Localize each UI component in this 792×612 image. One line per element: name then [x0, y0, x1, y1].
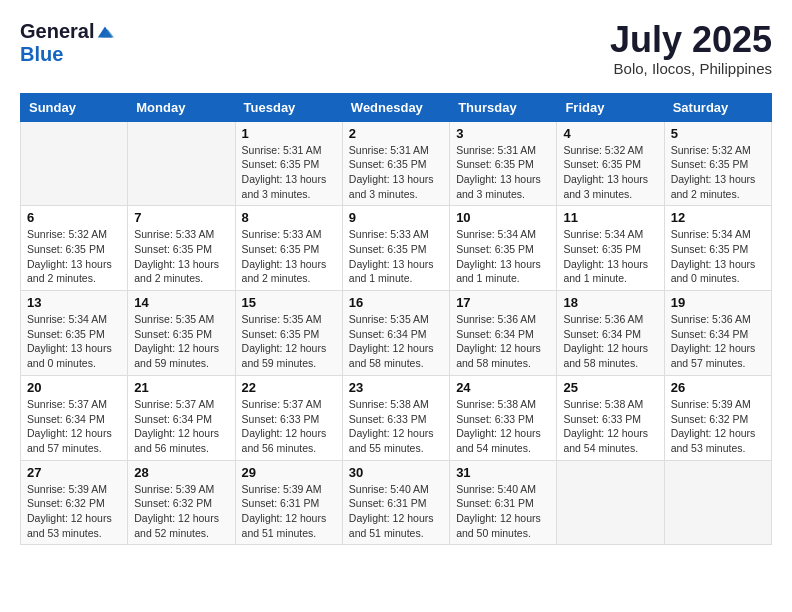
- day-info: Sunrise: 5:32 AM Sunset: 6:35 PM Dayligh…: [27, 227, 121, 286]
- calendar-cell: 25Sunrise: 5:38 AM Sunset: 6:33 PM Dayli…: [557, 375, 664, 460]
- month-year: July 2025: [610, 20, 772, 60]
- calendar-cell: 21Sunrise: 5:37 AM Sunset: 6:34 PM Dayli…: [128, 375, 235, 460]
- calendar-cell: 17Sunrise: 5:36 AM Sunset: 6:34 PM Dayli…: [450, 291, 557, 376]
- day-number: 16: [349, 295, 443, 310]
- day-number: 13: [27, 295, 121, 310]
- calendar-cell: 7Sunrise: 5:33 AM Sunset: 6:35 PM Daylig…: [128, 206, 235, 291]
- calendar-header-saturday: Saturday: [664, 93, 771, 121]
- day-info: Sunrise: 5:40 AM Sunset: 6:31 PM Dayligh…: [349, 482, 443, 541]
- day-info: Sunrise: 5:36 AM Sunset: 6:34 PM Dayligh…: [456, 312, 550, 371]
- calendar-header-sunday: Sunday: [21, 93, 128, 121]
- day-number: 8: [242, 210, 336, 225]
- calendar-cell: 29Sunrise: 5:39 AM Sunset: 6:31 PM Dayli…: [235, 460, 342, 545]
- day-number: 24: [456, 380, 550, 395]
- day-info: Sunrise: 5:32 AM Sunset: 6:35 PM Dayligh…: [671, 143, 765, 202]
- calendar-table: SundayMondayTuesdayWednesdayThursdayFrid…: [20, 93, 772, 546]
- logo: General Blue: [20, 20, 114, 66]
- day-number: 14: [134, 295, 228, 310]
- day-info: Sunrise: 5:37 AM Sunset: 6:34 PM Dayligh…: [134, 397, 228, 456]
- calendar-cell: 14Sunrise: 5:35 AM Sunset: 6:35 PM Dayli…: [128, 291, 235, 376]
- day-info: Sunrise: 5:38 AM Sunset: 6:33 PM Dayligh…: [349, 397, 443, 456]
- day-number: 30: [349, 465, 443, 480]
- day-number: 5: [671, 126, 765, 141]
- calendar-cell: 3Sunrise: 5:31 AM Sunset: 6:35 PM Daylig…: [450, 121, 557, 206]
- calendar-header-row: SundayMondayTuesdayWednesdayThursdayFrid…: [21, 93, 772, 121]
- calendar-cell: 11Sunrise: 5:34 AM Sunset: 6:35 PM Dayli…: [557, 206, 664, 291]
- day-number: 1: [242, 126, 336, 141]
- calendar-cell: 20Sunrise: 5:37 AM Sunset: 6:34 PM Dayli…: [21, 375, 128, 460]
- day-info: Sunrise: 5:35 AM Sunset: 6:35 PM Dayligh…: [242, 312, 336, 371]
- calendar-week-row: 13Sunrise: 5:34 AM Sunset: 6:35 PM Dayli…: [21, 291, 772, 376]
- calendar-cell: 15Sunrise: 5:35 AM Sunset: 6:35 PM Dayli…: [235, 291, 342, 376]
- calendar-header-thursday: Thursday: [450, 93, 557, 121]
- day-number: 4: [563, 126, 657, 141]
- day-number: 6: [27, 210, 121, 225]
- day-number: 22: [242, 380, 336, 395]
- calendar-cell: 12Sunrise: 5:34 AM Sunset: 6:35 PM Dayli…: [664, 206, 771, 291]
- calendar-week-row: 27Sunrise: 5:39 AM Sunset: 6:32 PM Dayli…: [21, 460, 772, 545]
- day-info: Sunrise: 5:33 AM Sunset: 6:35 PM Dayligh…: [242, 227, 336, 286]
- calendar-cell: 10Sunrise: 5:34 AM Sunset: 6:35 PM Dayli…: [450, 206, 557, 291]
- calendar-cell: 13Sunrise: 5:34 AM Sunset: 6:35 PM Dayli…: [21, 291, 128, 376]
- day-number: 27: [27, 465, 121, 480]
- day-number: 18: [563, 295, 657, 310]
- calendar-cell: [128, 121, 235, 206]
- calendar-cell: 24Sunrise: 5:38 AM Sunset: 6:33 PM Dayli…: [450, 375, 557, 460]
- calendar-cell: 19Sunrise: 5:36 AM Sunset: 6:34 PM Dayli…: [664, 291, 771, 376]
- day-info: Sunrise: 5:39 AM Sunset: 6:31 PM Dayligh…: [242, 482, 336, 541]
- day-number: 19: [671, 295, 765, 310]
- day-info: Sunrise: 5:35 AM Sunset: 6:35 PM Dayligh…: [134, 312, 228, 371]
- day-info: Sunrise: 5:36 AM Sunset: 6:34 PM Dayligh…: [671, 312, 765, 371]
- logo-blue: Blue: [20, 43, 63, 66]
- day-number: 10: [456, 210, 550, 225]
- day-info: Sunrise: 5:40 AM Sunset: 6:31 PM Dayligh…: [456, 482, 550, 541]
- day-info: Sunrise: 5:31 AM Sunset: 6:35 PM Dayligh…: [456, 143, 550, 202]
- calendar-cell: 5Sunrise: 5:32 AM Sunset: 6:35 PM Daylig…: [664, 121, 771, 206]
- day-info: Sunrise: 5:38 AM Sunset: 6:33 PM Dayligh…: [456, 397, 550, 456]
- day-number: 15: [242, 295, 336, 310]
- calendar-header-friday: Friday: [557, 93, 664, 121]
- calendar-header-tuesday: Tuesday: [235, 93, 342, 121]
- day-number: 26: [671, 380, 765, 395]
- calendar-cell: 30Sunrise: 5:40 AM Sunset: 6:31 PM Dayli…: [342, 460, 449, 545]
- day-info: Sunrise: 5:39 AM Sunset: 6:32 PM Dayligh…: [671, 397, 765, 456]
- calendar-cell: [21, 121, 128, 206]
- day-number: 3: [456, 126, 550, 141]
- day-number: 25: [563, 380, 657, 395]
- calendar-cell: 1Sunrise: 5:31 AM Sunset: 6:35 PM Daylig…: [235, 121, 342, 206]
- calendar-cell: 27Sunrise: 5:39 AM Sunset: 6:32 PM Dayli…: [21, 460, 128, 545]
- day-info: Sunrise: 5:36 AM Sunset: 6:34 PM Dayligh…: [563, 312, 657, 371]
- day-info: Sunrise: 5:35 AM Sunset: 6:34 PM Dayligh…: [349, 312, 443, 371]
- day-info: Sunrise: 5:34 AM Sunset: 6:35 PM Dayligh…: [27, 312, 121, 371]
- day-number: 11: [563, 210, 657, 225]
- day-number: 7: [134, 210, 228, 225]
- calendar-cell: [664, 460, 771, 545]
- calendar-cell: 22Sunrise: 5:37 AM Sunset: 6:33 PM Dayli…: [235, 375, 342, 460]
- day-info: Sunrise: 5:33 AM Sunset: 6:35 PM Dayligh…: [134, 227, 228, 286]
- day-info: Sunrise: 5:34 AM Sunset: 6:35 PM Dayligh…: [563, 227, 657, 286]
- calendar-week-row: 20Sunrise: 5:37 AM Sunset: 6:34 PM Dayli…: [21, 375, 772, 460]
- title-block: July 2025 Bolo, Ilocos, Philippines: [610, 20, 772, 77]
- calendar-cell: 6Sunrise: 5:32 AM Sunset: 6:35 PM Daylig…: [21, 206, 128, 291]
- calendar-cell: [557, 460, 664, 545]
- day-info: Sunrise: 5:34 AM Sunset: 6:35 PM Dayligh…: [671, 227, 765, 286]
- calendar-header-wednesday: Wednesday: [342, 93, 449, 121]
- day-info: Sunrise: 5:33 AM Sunset: 6:35 PM Dayligh…: [349, 227, 443, 286]
- logo-general: General: [20, 20, 94, 43]
- calendar-cell: 18Sunrise: 5:36 AM Sunset: 6:34 PM Dayli…: [557, 291, 664, 376]
- calendar-cell: 8Sunrise: 5:33 AM Sunset: 6:35 PM Daylig…: [235, 206, 342, 291]
- calendar-cell: 16Sunrise: 5:35 AM Sunset: 6:34 PM Dayli…: [342, 291, 449, 376]
- day-number: 12: [671, 210, 765, 225]
- day-number: 23: [349, 380, 443, 395]
- day-number: 2: [349, 126, 443, 141]
- calendar-cell: 9Sunrise: 5:33 AM Sunset: 6:35 PM Daylig…: [342, 206, 449, 291]
- location: Bolo, Ilocos, Philippines: [610, 60, 772, 77]
- calendar-week-row: 6Sunrise: 5:32 AM Sunset: 6:35 PM Daylig…: [21, 206, 772, 291]
- calendar-header-monday: Monday: [128, 93, 235, 121]
- day-info: Sunrise: 5:31 AM Sunset: 6:35 PM Dayligh…: [349, 143, 443, 202]
- calendar-cell: 4Sunrise: 5:32 AM Sunset: 6:35 PM Daylig…: [557, 121, 664, 206]
- day-info: Sunrise: 5:39 AM Sunset: 6:32 PM Dayligh…: [27, 482, 121, 541]
- calendar-cell: 2Sunrise: 5:31 AM Sunset: 6:35 PM Daylig…: [342, 121, 449, 206]
- calendar-cell: 23Sunrise: 5:38 AM Sunset: 6:33 PM Dayli…: [342, 375, 449, 460]
- day-number: 20: [27, 380, 121, 395]
